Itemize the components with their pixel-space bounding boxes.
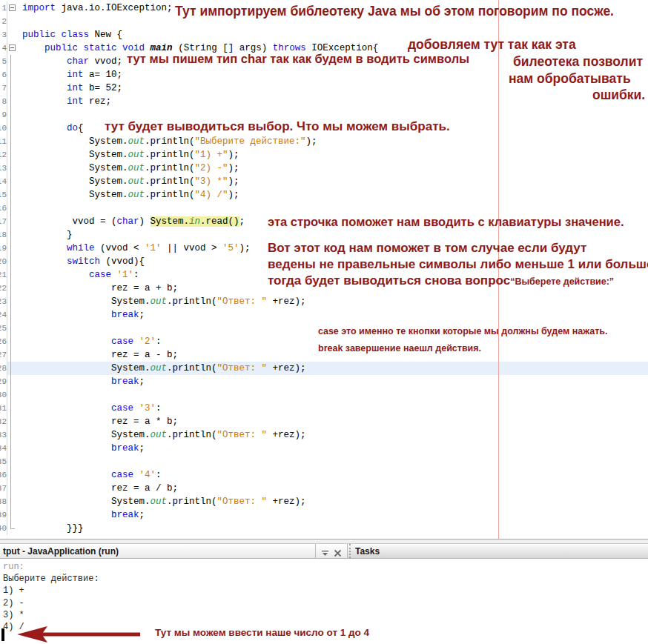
- code-line-16[interactable]: 16: [0, 202, 648, 215]
- code-text: break;: [16, 508, 145, 522]
- code-text: import java.io.IOException;: [16, 1, 173, 15]
- code-line-5[interactable]: 5 char vvod;: [0, 55, 648, 68]
- fold-column: [7, 95, 16, 108]
- code-line-35[interactable]: 35: [0, 455, 648, 468]
- code-line-37[interactable]: 37 rez = a / b;: [0, 482, 648, 495]
- code-line-11[interactable]: 11 System.out.println("Выберите действие…: [0, 135, 648, 148]
- code-line-2[interactable]: 2: [0, 15, 648, 28]
- line-number: 28: [0, 362, 7, 375]
- code-line-9[interactable]: 9: [0, 108, 648, 122]
- fold-column: [7, 82, 16, 95]
- fold-column: [7, 335, 16, 348]
- code-line-12[interactable]: 12 System.out.println("1) +");: [0, 148, 648, 162]
- code-line-34[interactable]: 34 break;: [0, 442, 648, 455]
- code-line-8[interactable]: 8 int rez;: [0, 95, 648, 108]
- output-tab-label: tput - JavaApplication (run): [0, 546, 119, 557]
- arrow-icon: [16, 625, 142, 644]
- code-line-36[interactable]: 36 case '4':: [0, 468, 648, 482]
- code-text: break;: [16, 375, 145, 388]
- text-caret: [1, 628, 4, 641]
- line-number: 8: [0, 95, 7, 108]
- tasks-tab-label: Tasks: [351, 546, 380, 557]
- code-text: char vvod;: [16, 55, 122, 68]
- fold-column: [7, 455, 16, 468]
- line-number: 18: [0, 228, 7, 242]
- code-line-13[interactable]: 13 System.out.println("2) -");: [0, 162, 648, 175]
- code-line-26[interactable]: 26 case '2':: [0, 335, 648, 348]
- line-number: 31: [0, 402, 7, 415]
- code-line-17[interactable]: 17 vvod = (char) System.in.read();: [0, 215, 648, 228]
- line-number: 38: [0, 495, 7, 508]
- fold-column: [7, 68, 16, 82]
- code-line-22[interactable]: 22 rez = a + b;: [0, 282, 648, 295]
- code-editor[interactable]: 1import java.io.IOException;23public cla…: [0, 0, 648, 540]
- fold-column: [7, 295, 16, 308]
- code-line-24[interactable]: 24 break;: [0, 308, 648, 322]
- fold-column: [7, 242, 16, 255]
- code-line-28[interactable]: 28 System.out.println("Ответ: " +rez);: [0, 362, 648, 375]
- line-number: 33: [0, 428, 7, 442]
- code-line-38[interactable]: 38 System.out.println("Ответ: " +rez);: [0, 495, 648, 508]
- code-line-19[interactable]: 19 while (vvod < '1' || vvod > '5');: [0, 242, 648, 255]
- fold-marker-icon[interactable]: [9, 44, 16, 51]
- fold-marker-icon[interactable]: [9, 4, 16, 11]
- code-line-15[interactable]: 15 System.out.println("4) /");: [0, 188, 648, 202]
- code-line-21[interactable]: 21 case '1':: [0, 268, 648, 282]
- code-line-14[interactable]: 14 System.out.println("3) *");: [0, 175, 648, 188]
- code-line-33[interactable]: 33 System.out.println("Ответ: " +rez);: [0, 428, 648, 442]
- code-line-23[interactable]: 23 System.out.println("Ответ: " +rez);: [0, 295, 648, 308]
- code-text: switch (vvod){: [16, 255, 145, 268]
- code-line-20[interactable]: 20 switch (vvod){: [0, 255, 648, 268]
- code-line-1[interactable]: 1import java.io.IOException;: [0, 1, 648, 15]
- fold-column: [7, 55, 16, 68]
- fold-column: [7, 175, 16, 188]
- fold-column: [7, 135, 16, 148]
- code-line-40[interactable]: 40 }}}: [0, 522, 648, 535]
- line-number: 35: [0, 455, 7, 468]
- line-number: 22: [0, 282, 7, 295]
- code-line-10[interactable]: 10 do{: [0, 122, 648, 135]
- code-text: break;: [16, 442, 145, 455]
- line-number: 23: [0, 295, 7, 308]
- tab-output-javaapplication[interactable]: tput - JavaApplication (run): [0, 544, 316, 558]
- output-line: run:: [3, 561, 99, 573]
- code-text: [16, 322, 22, 335]
- line-number: 26: [0, 335, 7, 348]
- console-lines: run:Выберите действие:1) +2) -3) *4) /: [3, 561, 99, 633]
- code-text: [16, 388, 22, 402]
- code-line-27[interactable]: 27 rez = a - b;: [0, 348, 648, 362]
- code-line-4[interactable]: 4 public static void main (String [] arg…: [0, 42, 648, 55]
- window-buttons: [316, 544, 348, 558]
- line-number: 32: [0, 415, 7, 428]
- line-number: 36: [0, 468, 7, 482]
- code-text: System.out.println("3) *");: [16, 175, 239, 188]
- code-text: [16, 202, 22, 215]
- code-text: int b= 52;: [16, 82, 122, 95]
- close-window-icon[interactable]: [334, 547, 342, 555]
- output-line: 1) +: [3, 585, 99, 597]
- line-number: 10: [0, 122, 7, 135]
- code-text: public class New {: [16, 28, 122, 42]
- code-line-32[interactable]: 32 rez = a * b;: [0, 415, 648, 428]
- line-number: 3: [0, 28, 7, 42]
- code-line-6[interactable]: 6 int a= 10;: [0, 68, 648, 82]
- code-line-29[interactable]: 29 break;: [0, 375, 648, 388]
- tab-tasks[interactable]: Tasks: [349, 544, 648, 558]
- code-text: int rez;: [16, 95, 111, 108]
- code-line-39[interactable]: 39 break;: [0, 508, 648, 522]
- line-number: 12: [0, 148, 7, 162]
- code-line-18[interactable]: 18 }: [0, 228, 648, 242]
- fold-column: [7, 508, 16, 522]
- ide-window: 1import java.io.IOException;23public cla…: [0, 0, 648, 644]
- float-window-icon[interactable]: [321, 547, 329, 555]
- code-text: case '2':: [16, 335, 162, 348]
- fold-column: [7, 28, 16, 42]
- fold-column: [7, 348, 16, 362]
- code-line-3[interactable]: 3public class New {: [0, 28, 648, 42]
- code-line-25[interactable]: 25: [0, 322, 648, 335]
- code-text: [16, 15, 22, 28]
- code-line-30[interactable]: 30: [0, 388, 648, 402]
- code-line-31[interactable]: 31 case '3':: [0, 402, 648, 415]
- fold-column: [7, 428, 16, 442]
- code-line-7[interactable]: 7 int b= 52;: [0, 82, 648, 95]
